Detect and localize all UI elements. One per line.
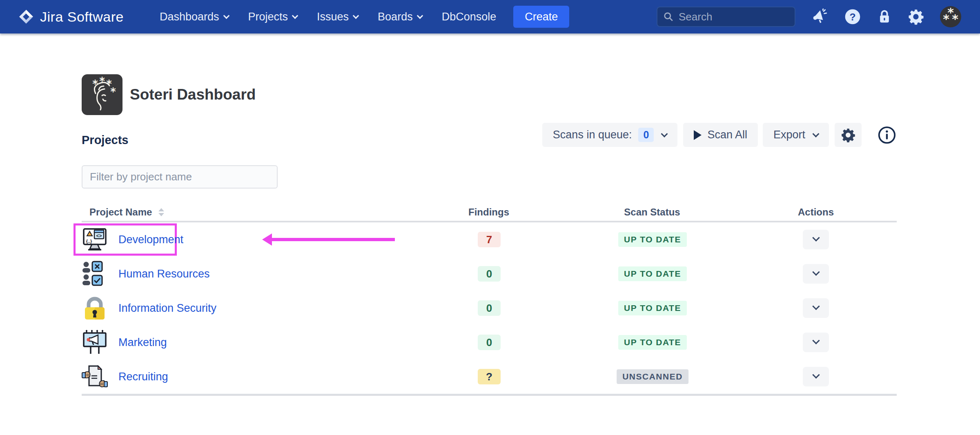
controls-row: Projects Scans in queue: 0 Scan All Expo… bbox=[82, 123, 897, 189]
settings-button[interactable] bbox=[835, 123, 862, 147]
scans-in-queue-button[interactable]: Scans in queue: 0 bbox=[542, 123, 678, 147]
menu-boards[interactable]: Boards bbox=[378, 11, 422, 23]
findings-badge: 7 bbox=[478, 232, 501, 247]
findings-badge: ? bbox=[478, 369, 501, 384]
gear-icon bbox=[840, 127, 856, 143]
chevron-down-icon bbox=[812, 234, 820, 241]
recruiting-icon bbox=[82, 364, 108, 390]
chevron-down-icon bbox=[813, 130, 820, 137]
menu-dbconsole[interactable]: DbConsole bbox=[442, 11, 497, 23]
filter-block: Projects bbox=[82, 123, 278, 189]
jira-logo[interactable]: Jira Software bbox=[18, 9, 124, 25]
page-header: * * * * Soteri Dashboard bbox=[82, 74, 980, 115]
jira-diamond-icon bbox=[18, 9, 34, 25]
table-row: <> {..} Development 7 UP TO DATE bbox=[82, 222, 897, 257]
column-actions: Actions bbox=[798, 206, 834, 218]
project-filter-input[interactable] bbox=[82, 165, 278, 189]
brand-text: Jira Software bbox=[40, 9, 124, 25]
search-icon bbox=[663, 11, 674, 22]
status-badge: UNSCANNED bbox=[617, 369, 688, 384]
chevron-down-icon bbox=[292, 12, 298, 19]
menu-projects[interactable]: Projects bbox=[248, 11, 298, 23]
column-scan-status: Scan Status bbox=[624, 206, 680, 218]
table-row: Recruiting ? UNSCANNED bbox=[82, 360, 897, 394]
status-badge: UP TO DATE bbox=[618, 266, 687, 281]
chevron-down-icon bbox=[812, 302, 820, 310]
create-button[interactable]: Create bbox=[513, 6, 569, 28]
chevron-down-icon bbox=[812, 371, 820, 378]
page-title: Soteri Dashboard bbox=[130, 86, 256, 103]
table-row: Information Security 0 UP TO DATE bbox=[82, 291, 897, 325]
svg-text:*: * bbox=[92, 78, 98, 90]
column-findings: Findings bbox=[468, 206, 509, 218]
row-actions-button[interactable] bbox=[803, 230, 829, 249]
marketing-icon bbox=[82, 329, 108, 355]
status-badge: UP TO DATE bbox=[618, 335, 687, 350]
svg-text:*: * bbox=[99, 75, 105, 87]
menu-dashboards[interactable]: Dashboards bbox=[160, 11, 229, 23]
status-badge: UP TO DATE bbox=[618, 301, 687, 315]
row-actions-button[interactable] bbox=[803, 264, 829, 284]
row-actions-button[interactable] bbox=[803, 298, 829, 318]
svg-text:{..}: {..} bbox=[86, 239, 92, 244]
table-row: Human Resources 0 UP TO DATE bbox=[82, 257, 897, 291]
queue-count-badge: 0 bbox=[638, 128, 654, 142]
row-actions-button[interactable] bbox=[803, 367, 829, 386]
scan-toolbar: Scans in queue: 0 Scan All Export bbox=[542, 123, 897, 147]
play-icon bbox=[694, 130, 702, 140]
navbar: Jira Software Dashboards Projects Issues… bbox=[0, 0, 980, 33]
findings-badge: 0 bbox=[478, 266, 501, 282]
svg-text:*: * bbox=[952, 12, 958, 26]
project-link-marketing[interactable]: Marketing bbox=[118, 336, 167, 349]
status-badge: UP TO DATE bbox=[618, 232, 687, 247]
page-content: * * * * Soteri Dashboard Projects Scans … bbox=[0, 74, 980, 396]
main-menu: Dashboards Projects Issues Boards DbCons… bbox=[160, 11, 496, 23]
lock-icon[interactable] bbox=[876, 9, 893, 25]
project-link-development[interactable]: Development bbox=[118, 233, 183, 246]
search-input[interactable] bbox=[679, 11, 789, 23]
findings-badge: 0 bbox=[478, 335, 501, 350]
user-avatar[interactable]: * * * bbox=[939, 5, 962, 28]
information-security-icon bbox=[82, 295, 108, 321]
info-icon bbox=[877, 125, 897, 145]
chevron-down-icon bbox=[353, 12, 359, 19]
row-actions-button[interactable] bbox=[803, 333, 829, 352]
development-icon: <> {..} bbox=[82, 226, 108, 253]
table-row: Marketing 0 UP TO DATE bbox=[82, 325, 897, 360]
human-resources-icon bbox=[82, 261, 108, 287]
chevron-down-icon bbox=[416, 12, 423, 19]
navbar-icon-cluster: ? * * * bbox=[812, 5, 962, 28]
svg-text:?: ? bbox=[849, 11, 855, 22]
svg-text:*: * bbox=[943, 12, 949, 26]
info-button[interactable] bbox=[877, 125, 897, 145]
megaphone-icon[interactable] bbox=[812, 8, 829, 25]
global-search[interactable] bbox=[657, 7, 795, 27]
sort-icon[interactable] bbox=[158, 208, 164, 216]
help-icon[interactable]: ? bbox=[844, 8, 862, 26]
scan-all-button[interactable]: Scan All bbox=[683, 123, 758, 147]
findings-badge: 0 bbox=[478, 300, 501, 316]
menu-issues[interactable]: Issues bbox=[317, 11, 358, 23]
export-button[interactable]: Export bbox=[763, 123, 829, 147]
projects-heading: Projects bbox=[82, 133, 278, 147]
chevron-down-icon bbox=[223, 12, 229, 19]
chevron-down-icon bbox=[661, 130, 668, 137]
project-link-recruiting[interactable]: Recruiting bbox=[118, 371, 168, 383]
gear-icon[interactable] bbox=[907, 8, 924, 25]
column-project-name: Project Name bbox=[89, 206, 164, 218]
chevron-down-icon bbox=[812, 268, 820, 275]
soteri-logo: * * * * bbox=[82, 74, 122, 115]
table-header: Project Name Findings Scan Status Action… bbox=[82, 206, 897, 222]
svg-text:*: * bbox=[110, 86, 116, 98]
svg-text:<>: <> bbox=[96, 233, 102, 239]
project-link-human-resources[interactable]: Human Resources bbox=[118, 268, 210, 280]
table-body: <> {..} Development 7 UP TO DATE bbox=[82, 222, 897, 396]
projects-table: Project Name Findings Scan Status Action… bbox=[82, 206, 897, 396]
project-link-information-security[interactable]: Information Security bbox=[118, 302, 216, 315]
chevron-down-icon bbox=[812, 337, 820, 344]
annotation-arrow-icon bbox=[262, 233, 395, 246]
